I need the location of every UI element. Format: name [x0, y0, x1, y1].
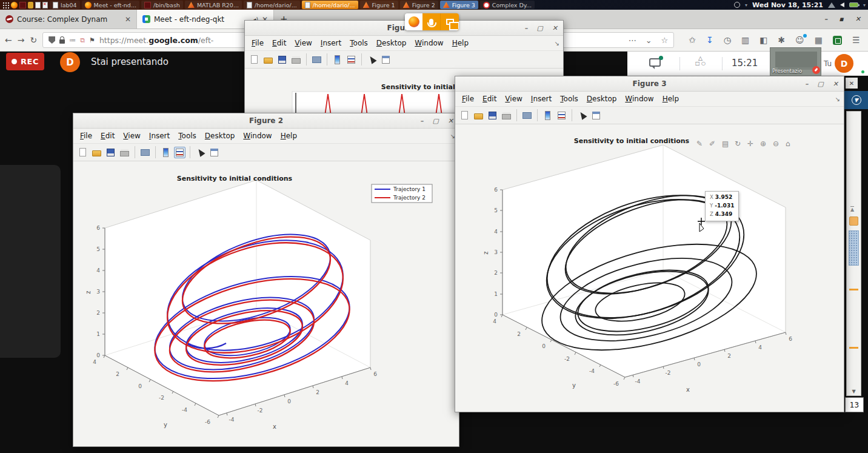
chat-icon[interactable] [649, 58, 661, 67]
taskbar-item[interactable]: MATLAB R20... [185, 1, 242, 9]
rotate-icon[interactable]: ↻ [735, 139, 741, 148]
menu-item[interactable]: Edit [96, 130, 119, 141]
permissions-icon[interactable]: ≔ [69, 36, 76, 44]
print-figure-icon[interactable] [119, 147, 130, 158]
self-avatar[interactable]: D [835, 54, 853, 73]
chevron-down-icon[interactable]: ▾ [863, 2, 866, 8]
link-plot-icon[interactable] [521, 110, 533, 121]
taskbar-item-figure2[interactable]: Figure 2 [400, 1, 438, 9]
insert-legend-icon[interactable] [556, 110, 567, 121]
presentation-thumbnail[interactable]: Presentazio [770, 47, 821, 76]
terminal-icon[interactable] [19, 2, 26, 8]
brush-icon[interactable]: ✐ [709, 139, 715, 148]
side-close-icon[interactable]: ✕ [846, 78, 858, 89]
menu-item[interactable]: Help [658, 93, 683, 104]
menu-item[interactable]: View [119, 130, 144, 141]
print-figure-icon[interactable] [501, 110, 512, 121]
taskbar-item[interactable]: /bin/bash [141, 1, 183, 9]
app-grid-icon[interactable] [2, 2, 9, 8]
figure3-titlebar[interactable]: Figure 3 [455, 76, 844, 92]
close-icon[interactable] [552, 24, 558, 32]
dock-arrow-icon[interactable]: ↘ [555, 40, 559, 47]
taskbar-item[interactable]: lab04 [50, 1, 80, 9]
reload-icon[interactable]: ↻ [30, 35, 37, 45]
tracking-shield-icon[interactable] [48, 36, 55, 44]
taskbar-item[interactable]: Complex Dy... [480, 1, 535, 9]
minimize-icon[interactable] [524, 24, 528, 32]
menu-hamburger-icon[interactable]: ☰ [852, 35, 860, 45]
firefox-launcher-icon[interactable] [11, 2, 18, 8]
save-figure-icon[interactable] [487, 110, 498, 121]
pan-icon[interactable]: ✛ [747, 139, 753, 148]
save-figure-icon[interactable] [276, 54, 288, 65]
maximize-icon[interactable] [817, 80, 823, 88]
link-plot-icon[interactable] [139, 147, 151, 158]
taskbar-item-figure3-active[interactable]: Figure 3 [440, 1, 478, 9]
battery-icon[interactable] [849, 2, 858, 7]
minimize-icon[interactable] [805, 80, 809, 88]
menu-item[interactable]: Insert [527, 93, 556, 104]
insert-legend-icon[interactable] [346, 54, 357, 65]
tray-icon[interactable] [734, 2, 740, 8]
menu-item[interactable]: View [290, 38, 316, 49]
taskbar-item-figure1[interactable]: Figure 1 [360, 1, 398, 9]
figure2-titlebar[interactable]: Figure 2 [73, 113, 459, 129]
restore-view-icon[interactable]: ⌂ [786, 139, 790, 148]
activities-icon[interactable]: △□○ [695, 57, 707, 69]
edit-plot-icon[interactable] [366, 54, 378, 65]
menu-item[interactable]: Desktop [201, 130, 239, 141]
close-icon[interactable] [448, 117, 453, 125]
property-inspector-icon[interactable] [380, 54, 392, 65]
save-figure-icon[interactable] [105, 147, 116, 158]
bookmarks-icon[interactable]: ✩ [689, 35, 696, 45]
document-close-icon[interactable] [42, 2, 48, 8]
menu-item[interactable]: File [247, 38, 268, 49]
menu-item[interactable]: File [458, 93, 478, 104]
link-plot-icon[interactable] [311, 54, 322, 65]
open-file-icon[interactable] [91, 147, 102, 158]
downloads-icon[interactable]: ↧ [706, 35, 713, 45]
forward-icon[interactable]: → [18, 35, 25, 45]
menu-item[interactable]: Desktop [372, 38, 411, 49]
insert-colorbar-icon[interactable] [332, 54, 343, 65]
edit-plot-icon[interactable] [576, 110, 588, 121]
taskbar-item[interactable]: /home/dario/... [244, 1, 300, 9]
sidebar-icon[interactable]: ◧ [760, 35, 767, 45]
account-icon[interactable]: ☺ [795, 35, 804, 45]
volume-icon[interactable] [840, 2, 844, 7]
minimize-icon[interactable] [420, 117, 424, 125]
insert-colorbar-icon[interactable] [542, 110, 553, 121]
property-inspector-icon[interactable] [209, 147, 220, 158]
open-file-icon[interactable] [262, 54, 274, 65]
export-icon[interactable]: ✎ [696, 139, 703, 148]
close-tab-icon[interactable]: ✕ [125, 15, 131, 24]
menu-item[interactable]: Desktop [583, 93, 621, 104]
scrollbar-thumb[interactable] [849, 230, 859, 266]
taskbar-item[interactable]: Meet - eft-nd... [82, 1, 139, 9]
menu-item[interactable]: Tools [346, 38, 372, 49]
menu-item[interactable]: Tools [556, 93, 583, 104]
microphone-icon[interactable] [422, 13, 440, 30]
print-figure-icon[interactable] [290, 54, 302, 65]
menu-item[interactable]: View [501, 93, 526, 104]
scroll-down-icon[interactable]: ▼ [847, 389, 861, 394]
lock-icon[interactable] [59, 39, 65, 44]
taskbar-item-active-editor[interactable]: /home/dario/... [302, 1, 358, 9]
highlight-marker[interactable] [849, 216, 858, 226]
menu-item[interactable]: Edit [478, 93, 501, 104]
pocket-icon[interactable]: ⌄ [646, 36, 652, 45]
open-file-icon[interactable] [473, 110, 484, 121]
bookmark-star-icon[interactable]: ☆ [661, 36, 669, 45]
history-icon[interactable]: ◷ [724, 35, 731, 45]
wifi-icon[interactable] [828, 2, 835, 8]
figure1-titlebar[interactable]: Figure 1 [245, 21, 563, 36]
close-icon[interactable] [833, 80, 838, 88]
minimize-icon[interactable]: – [824, 15, 828, 23]
zoom-in-icon[interactable]: ⊕ [760, 139, 766, 148]
keyring-icon[interactable] [28, 2, 33, 8]
menu-item[interactable]: Insert [316, 38, 346, 49]
menu-item[interactable]: Insert [145, 130, 174, 141]
menu-item[interactable]: Window [239, 130, 276, 141]
document-scrollbar[interactable]: ▲ ▼ [846, 111, 861, 396]
menu-item[interactable]: Tools [174, 130, 201, 141]
